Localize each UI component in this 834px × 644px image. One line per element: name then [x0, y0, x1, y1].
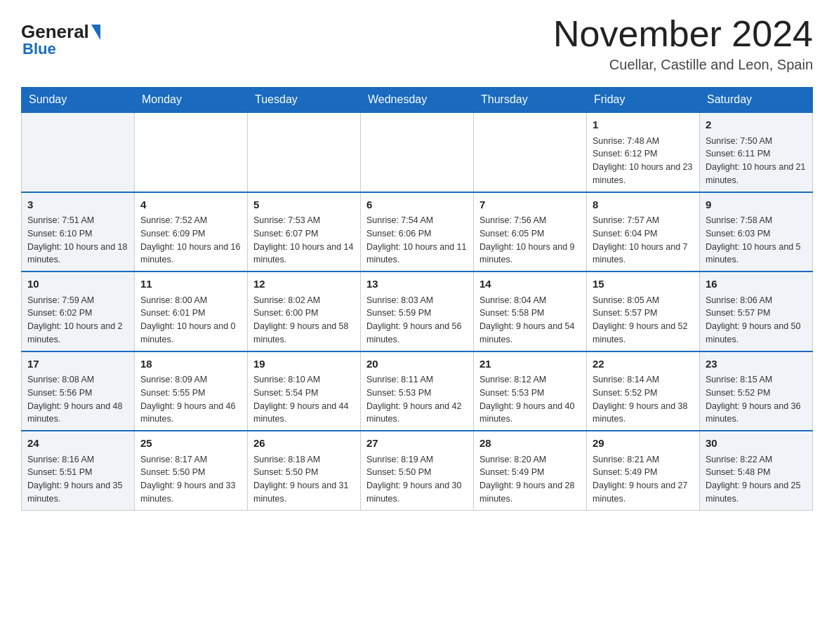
weekday-header: Monday — [135, 88, 248, 113]
day-info: Sunrise: 7:57 AMSunset: 6:04 PMDaylight:… — [593, 214, 694, 267]
day-info: Sunrise: 8:12 AMSunset: 5:53 PMDaylight:… — [479, 373, 581, 426]
calendar-cell: 21Sunrise: 8:12 AMSunset: 5:53 PMDayligh… — [474, 351, 587, 431]
day-info: Sunrise: 8:16 AMSunset: 5:51 PMDaylight:… — [27, 453, 128, 506]
calendar-cell: 2Sunrise: 7:50 AMSunset: 6:11 PMDaylight… — [700, 112, 813, 192]
day-info: Sunrise: 7:54 AMSunset: 6:06 PMDaylight:… — [366, 214, 468, 267]
logo-blue: Blue — [22, 40, 56, 58]
calendar-cell: 28Sunrise: 8:20 AMSunset: 5:49 PMDayligh… — [474, 431, 587, 510]
page-header: General Blue November 2024 Cuellar, Cast… — [21, 14, 813, 73]
day-info: Sunrise: 8:17 AMSunset: 5:50 PMDaylight:… — [140, 453, 241, 506]
day-info: Sunrise: 7:48 AMSunset: 6:12 PMDaylight:… — [593, 135, 694, 187]
calendar-cell: 27Sunrise: 8:19 AMSunset: 5:50 PMDayligh… — [361, 431, 474, 510]
day-number: 25 — [140, 436, 241, 452]
calendar-cell: 6Sunrise: 7:54 AMSunset: 6:06 PMDaylight… — [361, 192, 474, 272]
calendar-cell — [22, 112, 135, 192]
calendar-cell: 26Sunrise: 8:18 AMSunset: 5:50 PMDayligh… — [248, 431, 361, 510]
day-number: 12 — [253, 276, 355, 293]
day-info: Sunrise: 7:56 AMSunset: 6:05 PMDaylight:… — [479, 214, 581, 267]
day-number: 2 — [706, 117, 807, 133]
day-info: Sunrise: 8:14 AMSunset: 5:52 PMDaylight:… — [593, 373, 694, 426]
day-info: Sunrise: 8:20 AMSunset: 5:49 PMDaylight:… — [479, 453, 581, 506]
day-info: Sunrise: 7:58 AMSunset: 6:03 PMDaylight:… — [706, 214, 807, 267]
day-info: Sunrise: 8:11 AMSunset: 5:53 PMDaylight:… — [366, 373, 468, 426]
day-info: Sunrise: 7:53 AMSunset: 6:07 PMDaylight:… — [253, 214, 355, 267]
day-number: 19 — [253, 356, 355, 373]
calendar-cell: 9Sunrise: 7:58 AMSunset: 6:03 PMDaylight… — [700, 192, 813, 272]
weekday-header: Tuesday — [248, 88, 361, 113]
weekday-header: Friday — [587, 88, 700, 113]
calendar-cell: 5Sunrise: 7:53 AMSunset: 6:07 PMDaylight… — [248, 192, 361, 272]
day-info: Sunrise: 8:05 AMSunset: 5:57 PMDaylight:… — [593, 294, 694, 347]
day-info: Sunrise: 8:03 AMSunset: 5:59 PMDaylight:… — [366, 294, 468, 347]
day-info: Sunrise: 8:21 AMSunset: 5:49 PMDaylight:… — [593, 453, 694, 506]
day-info: Sunrise: 8:10 AMSunset: 5:54 PMDaylight:… — [253, 373, 355, 426]
calendar-cell: 25Sunrise: 8:17 AMSunset: 5:50 PMDayligh… — [135, 431, 248, 510]
day-info: Sunrise: 7:51 AMSunset: 6:10 PMDaylight:… — [27, 214, 128, 267]
calendar-week-row: 10Sunrise: 7:59 AMSunset: 6:02 PMDayligh… — [22, 271, 813, 351]
calendar-cell: 17Sunrise: 8:08 AMSunset: 5:56 PMDayligh… — [22, 351, 135, 431]
day-number: 21 — [479, 356, 581, 373]
logo: General Blue — [21, 21, 100, 58]
calendar-cell: 8Sunrise: 7:57 AMSunset: 6:04 PMDaylight… — [587, 192, 700, 272]
day-number: 10 — [27, 276, 128, 293]
calendar-cell — [135, 112, 248, 192]
day-number: 23 — [706, 356, 807, 373]
title-section: November 2024 Cuellar, Castille and Leon… — [553, 14, 813, 73]
day-number: 27 — [366, 436, 468, 452]
day-number: 18 — [140, 356, 241, 373]
calendar-cell: 19Sunrise: 8:10 AMSunset: 5:54 PMDayligh… — [248, 351, 361, 431]
day-info: Sunrise: 8:18 AMSunset: 5:50 PMDaylight:… — [253, 453, 355, 506]
calendar-cell: 3Sunrise: 7:51 AMSunset: 6:10 PMDaylight… — [22, 192, 135, 272]
calendar-cell: 1Sunrise: 7:48 AMSunset: 6:12 PMDaylight… — [587, 112, 700, 192]
calendar-cell: 14Sunrise: 8:04 AMSunset: 5:58 PMDayligh… — [474, 271, 587, 351]
calendar-cell: 24Sunrise: 8:16 AMSunset: 5:51 PMDayligh… — [22, 431, 135, 510]
calendar-cell: 18Sunrise: 8:09 AMSunset: 5:55 PMDayligh… — [135, 351, 248, 431]
day-info: Sunrise: 7:50 AMSunset: 6:11 PMDaylight:… — [706, 135, 807, 187]
day-number: 20 — [366, 356, 468, 373]
calendar-header-row: SundayMondayTuesdayWednesdayThursdayFrid… — [22, 88, 813, 113]
day-number: 13 — [366, 276, 468, 293]
day-number: 30 — [706, 436, 807, 452]
calendar-week-row: 24Sunrise: 8:16 AMSunset: 5:51 PMDayligh… — [22, 431, 813, 510]
day-number: 3 — [27, 197, 128, 213]
weekday-header: Sunday — [22, 88, 135, 113]
day-number: 28 — [479, 436, 581, 452]
calendar-cell: 23Sunrise: 8:15 AMSunset: 5:52 PMDayligh… — [700, 351, 813, 431]
calendar-week-row: 17Sunrise: 8:08 AMSunset: 5:56 PMDayligh… — [22, 351, 813, 431]
day-info: Sunrise: 7:59 AMSunset: 6:02 PMDaylight:… — [27, 294, 128, 347]
day-info: Sunrise: 8:02 AMSunset: 6:00 PMDaylight:… — [253, 294, 355, 347]
day-number: 8 — [593, 197, 694, 213]
calendar-cell: 4Sunrise: 7:52 AMSunset: 6:09 PMDaylight… — [135, 192, 248, 272]
day-number: 15 — [593, 276, 694, 293]
calendar-cell: 7Sunrise: 7:56 AMSunset: 6:05 PMDaylight… — [474, 192, 587, 272]
day-number: 1 — [593, 117, 694, 133]
logo-triangle-icon — [91, 25, 100, 40]
day-number: 22 — [593, 356, 694, 373]
day-number: 4 — [140, 197, 241, 213]
calendar-cell — [361, 112, 474, 192]
day-info: Sunrise: 8:04 AMSunset: 5:58 PMDaylight:… — [479, 294, 581, 347]
calendar-cell: 29Sunrise: 8:21 AMSunset: 5:49 PMDayligh… — [587, 431, 700, 510]
day-number: 26 — [253, 436, 355, 452]
calendar-cell: 30Sunrise: 8:22 AMSunset: 5:48 PMDayligh… — [700, 431, 813, 510]
day-number: 11 — [140, 276, 241, 293]
weekday-header: Saturday — [700, 88, 813, 113]
day-number: 16 — [706, 276, 807, 293]
day-number: 17 — [27, 356, 128, 373]
weekday-header: Wednesday — [361, 88, 474, 113]
day-info: Sunrise: 8:22 AMSunset: 5:48 PMDaylight:… — [706, 453, 807, 506]
calendar-cell: 12Sunrise: 8:02 AMSunset: 6:00 PMDayligh… — [248, 271, 361, 351]
day-number: 5 — [253, 197, 355, 213]
calendar-cell: 15Sunrise: 8:05 AMSunset: 5:57 PMDayligh… — [587, 271, 700, 351]
calendar-cell — [248, 112, 361, 192]
subtitle: Cuellar, Castille and Leon, Spain — [553, 57, 813, 73]
day-info: Sunrise: 8:08 AMSunset: 5:56 PMDaylight:… — [27, 373, 128, 426]
calendar-cell: 16Sunrise: 8:06 AMSunset: 5:57 PMDayligh… — [700, 271, 813, 351]
calendar-cell: 20Sunrise: 8:11 AMSunset: 5:53 PMDayligh… — [361, 351, 474, 431]
day-number: 9 — [706, 197, 807, 213]
calendar-week-row: 1Sunrise: 7:48 AMSunset: 6:12 PMDaylight… — [22, 112, 813, 192]
calendar-cell — [474, 112, 587, 192]
calendar-cell: 11Sunrise: 8:00 AMSunset: 6:01 PMDayligh… — [135, 271, 248, 351]
day-number: 7 — [479, 197, 581, 213]
day-number: 29 — [593, 436, 694, 452]
